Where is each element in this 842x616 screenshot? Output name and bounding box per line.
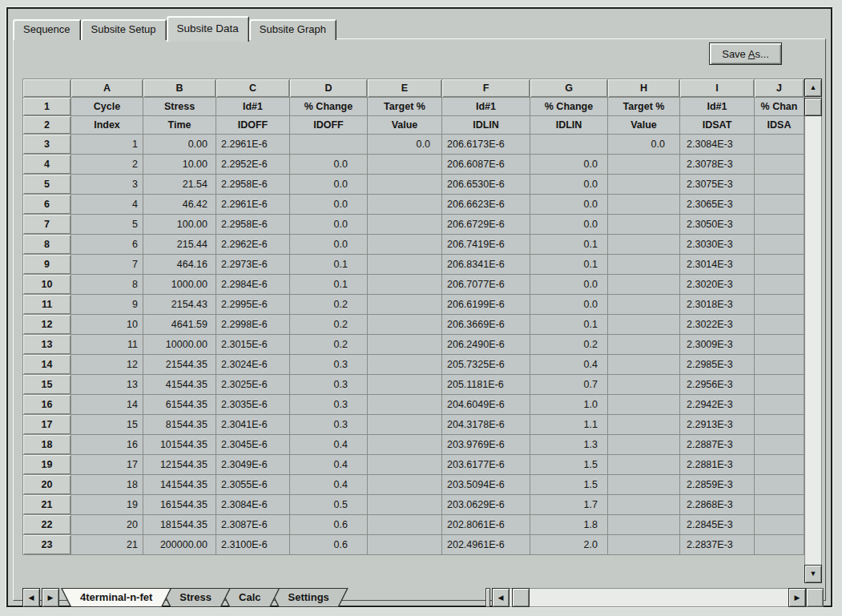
header-cell[interactable]: IDSA xyxy=(755,116,804,135)
row-header[interactable]: 20 xyxy=(23,475,71,495)
cell[interactable]: 206.6729E-6 xyxy=(442,215,530,235)
cell[interactable] xyxy=(368,295,442,315)
row-header[interactable]: 12 xyxy=(23,315,71,335)
cell[interactable] xyxy=(368,375,442,395)
row-header[interactable]: 8 xyxy=(23,235,71,255)
cell[interactable] xyxy=(608,275,680,295)
cell[interactable] xyxy=(368,475,442,495)
cell[interactable]: 2.2973E-6 xyxy=(216,255,290,275)
cell[interactable]: 2.2985E-3 xyxy=(680,355,755,375)
cell[interactable]: 2.2961E-6 xyxy=(216,195,290,215)
cell[interactable] xyxy=(608,195,680,215)
cell[interactable]: 0.4 xyxy=(530,355,608,375)
cell[interactable]: 2.2984E-6 xyxy=(216,275,290,295)
cell[interactable]: 2.3014E-3 xyxy=(680,255,755,275)
cell[interactable]: 121544.35 xyxy=(143,455,216,475)
cell[interactable]: 2.2995E-6 xyxy=(216,295,290,315)
cell[interactable]: 2.2913E-3 xyxy=(680,415,755,435)
tab-subsite-data[interactable]: Subsite Data xyxy=(167,16,249,42)
cell[interactable]: 2.2961E-6 xyxy=(216,135,290,155)
cell[interactable]: 2.3030E-3 xyxy=(680,235,755,255)
cell[interactable]: 0.0 xyxy=(290,155,368,175)
cell[interactable]: 203.5094E-6 xyxy=(442,475,530,495)
sheet-tab-scroll-left-button[interactable]: ◀ xyxy=(22,588,40,607)
horizontal-scroll-thumb[interactable] xyxy=(512,588,530,607)
row-header[interactable]: 22 xyxy=(23,515,71,535)
cell[interactable]: 13 xyxy=(71,375,143,395)
vertical-scrollbar[interactable]: ▲ ▼ xyxy=(804,79,822,583)
cell[interactable]: 1.0 xyxy=(530,395,608,415)
cell[interactable] xyxy=(368,215,442,235)
cell[interactable]: 202.8061E-6 xyxy=(442,515,530,535)
cell[interactable] xyxy=(755,215,804,235)
cell[interactable] xyxy=(755,335,804,355)
cell[interactable]: 6 xyxy=(71,235,143,255)
cell[interactable]: 2154.43 xyxy=(143,295,216,315)
cell[interactable]: 0.0 xyxy=(608,135,680,155)
sheet-tab-scroll-right-button[interactable]: ▶ xyxy=(42,588,59,607)
scroll-down-button[interactable]: ▼ xyxy=(804,565,822,583)
cell[interactable]: 1.3 xyxy=(530,435,608,455)
cell[interactable]: 0.0 xyxy=(290,195,368,215)
cell[interactable] xyxy=(608,215,680,235)
cell[interactable]: 2.2942E-3 xyxy=(680,395,755,415)
cell[interactable]: 101544.35 xyxy=(143,435,216,455)
cell[interactable] xyxy=(755,315,804,335)
cell[interactable]: 2.2952E-6 xyxy=(216,155,290,175)
cell[interactable]: 206.7077E-6 xyxy=(442,275,530,295)
cell[interactable]: 202.4961E-6 xyxy=(442,535,530,555)
cell[interactable] xyxy=(368,355,442,375)
cell[interactable] xyxy=(368,155,442,175)
column-header[interactable]: E xyxy=(368,79,442,98)
cell[interactable] xyxy=(368,235,442,255)
cell[interactable]: 2.2962E-6 xyxy=(216,235,290,255)
tab-subsite-setup[interactable]: Subsite Setup xyxy=(81,19,167,40)
cell[interactable] xyxy=(755,415,804,435)
tab-subsite-graph[interactable]: Subsite Graph xyxy=(249,19,336,40)
cell[interactable] xyxy=(368,455,442,475)
cell[interactable] xyxy=(290,135,368,155)
cell[interactable]: 0.3 xyxy=(290,355,368,375)
cell[interactable]: 2.3045E-6 xyxy=(216,435,290,455)
cell[interactable]: 46.42 xyxy=(143,195,216,215)
header-cell[interactable]: IDOFF xyxy=(290,116,368,135)
sheet-tab-4terminal-n-fet[interactable]: 4terminal-n-fet xyxy=(61,588,171,607)
cell[interactable]: 10000.00 xyxy=(143,335,216,355)
cell[interactable]: 1 xyxy=(71,135,143,155)
cell[interactable] xyxy=(608,295,680,315)
cell[interactable] xyxy=(608,535,680,555)
cell[interactable]: 0.00 xyxy=(143,135,216,155)
header-cell[interactable]: Time xyxy=(143,116,216,135)
cell[interactable] xyxy=(608,255,680,275)
cell[interactable]: 2.3084E-3 xyxy=(680,135,755,155)
cell[interactable]: 2.0 xyxy=(530,535,608,555)
cell[interactable]: 0.3 xyxy=(290,395,368,415)
cell[interactable]: 1.1 xyxy=(530,415,608,435)
cell[interactable]: 203.6177E-6 xyxy=(442,455,530,475)
cell[interactable]: 21 xyxy=(71,535,143,555)
cell[interactable] xyxy=(368,255,442,275)
cell[interactable]: 161544.35 xyxy=(143,495,216,515)
cell[interactable]: 204.6049E-6 xyxy=(442,395,530,415)
cell[interactable] xyxy=(755,135,804,155)
cell[interactable] xyxy=(530,135,608,155)
cell[interactable] xyxy=(755,495,804,515)
cell[interactable] xyxy=(608,175,680,195)
row-header[interactable]: 13 xyxy=(23,335,71,355)
cell[interactable] xyxy=(755,195,804,215)
cell[interactable] xyxy=(368,335,442,355)
grid-corner-cell[interactable] xyxy=(23,79,71,98)
cell[interactable]: 2.3015E-6 xyxy=(216,335,290,355)
cell[interactable]: 206.6199E-6 xyxy=(442,295,530,315)
cell[interactable]: 2.3020E-3 xyxy=(680,275,755,295)
row-header[interactable]: 2 xyxy=(23,116,71,135)
cell[interactable]: 2.3035E-6 xyxy=(216,395,290,415)
cell[interactable]: 206.2490E-6 xyxy=(442,335,530,355)
cell[interactable]: 100.00 xyxy=(143,215,216,235)
cell[interactable] xyxy=(608,515,680,535)
cell[interactable]: 206.6173E-6 xyxy=(442,135,530,155)
cell[interactable]: 0.2 xyxy=(290,335,368,355)
cell[interactable]: 206.6087E-6 xyxy=(442,155,530,175)
horizontal-scrollbar[interactable]: ◀ ▶ xyxy=(492,588,806,607)
row-header[interactable]: 3 xyxy=(23,135,71,155)
